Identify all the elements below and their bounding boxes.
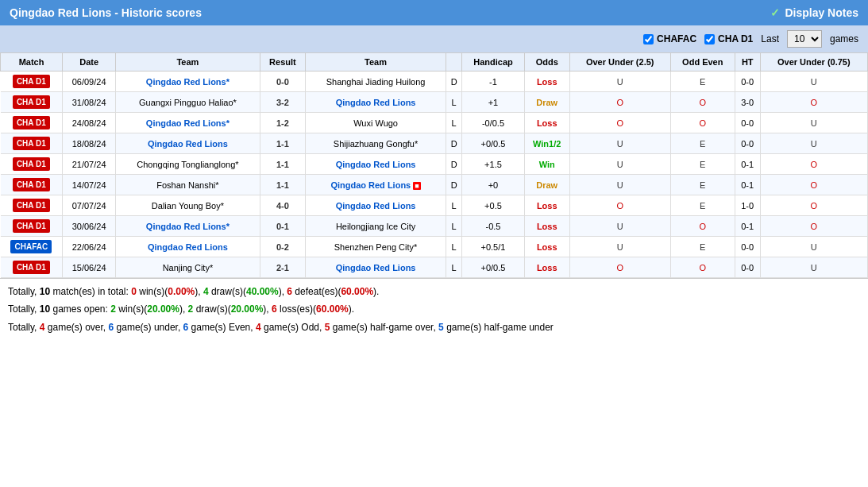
oe-value: E [700, 139, 705, 149]
cell-ou075: O [760, 92, 867, 113]
cell-ou25: U [569, 154, 670, 175]
display-notes-check[interactable]: ✓ [770, 6, 780, 19]
summary-text: ), [263, 303, 272, 315]
ou075-value: U [811, 242, 817, 252]
cell-result: 4-0 [260, 195, 305, 216]
summary-text: game(s) half-game over, [330, 322, 438, 333]
summary-text: game(s) Even, [188, 322, 256, 333]
cell-dl: L [446, 257, 462, 278]
cell-ou075: U [760, 237, 867, 257]
result-score: 2-1 [276, 263, 289, 272]
odds-value: Draw [536, 98, 557, 107]
summary-green: 20.00% [147, 303, 179, 315]
summary-text: ), [279, 286, 287, 297]
team-away-name: Qingdao Red Lions [336, 160, 416, 169]
cell-team-away: Shenzhen Peng City* [306, 237, 446, 257]
ou25-value: U [617, 160, 623, 169]
cell-oe: E [670, 237, 735, 257]
cell-ou25: U [569, 133, 670, 154]
cell-ou25: U [569, 175, 670, 195]
cell-odds: Loss [524, 216, 569, 237]
cell-ou075: U [760, 257, 867, 278]
cell-badge: CHA D1 [1, 257, 63, 278]
summary-red: 6 [287, 286, 292, 297]
summary-green: 4 [203, 286, 209, 297]
cell-badge: CHA D1 [1, 195, 63, 216]
oe-value: O [700, 263, 707, 272]
cell-handicap: -1 [462, 72, 525, 92]
summary-section: Totally, 10 match(es) in total: 0 win(s)… [0, 278, 868, 342]
games-select[interactable]: 10 20 30 [787, 30, 822, 48]
cell-ou25: U [569, 72, 670, 92]
cell-ou075: O [760, 216, 867, 237]
chafac-filter[interactable]: CHAFAC [643, 33, 696, 44]
oe-value: O [700, 98, 707, 107]
ou25-value: U [617, 222, 623, 231]
summary-bold: 10 [40, 303, 50, 315]
summary-red: 0.00% [168, 286, 195, 297]
col-handicap: Handicap [462, 53, 525, 72]
cell-ou25: O [569, 257, 670, 278]
cell-badge: CHAFAC [1, 237, 63, 257]
cell-oe: E [670, 133, 735, 154]
cell-handicap: -0.5 [462, 216, 525, 237]
cell-team-home: Qingdao Red Lions* [116, 72, 260, 92]
cell-dl: D [446, 175, 462, 195]
summary-red: 60.00% [316, 303, 349, 315]
oe-value: E [700, 77, 705, 87]
oe-value: E [700, 242, 705, 252]
match-badge: CHA D1 [13, 219, 50, 233]
team-away-name: Qingdao Red Lions [330, 180, 411, 190]
col-odds: Odds [524, 53, 569, 72]
ou075-value: O [811, 201, 818, 211]
cell-badge: CHA D1 [1, 92, 63, 113]
cell-ou075: U [760, 72, 867, 92]
cell-team-home: Nanjing City* [116, 257, 260, 278]
chad1-checkbox[interactable] [704, 34, 715, 44]
odds-value: Loss [537, 242, 557, 252]
cell-dl: D [446, 154, 462, 175]
summary-red: 60.00% [341, 286, 373, 297]
cell-dl: L [446, 216, 462, 237]
ou075-value: U [811, 77, 817, 87]
oe-value: E [700, 180, 705, 190]
ou25-value: O [616, 263, 623, 272]
cell-odds: Draw [524, 92, 569, 113]
odds-value: Draw [536, 180, 557, 190]
col-result: Result [260, 53, 305, 72]
cell-ht: 0-1 [735, 175, 760, 195]
col-team-away: Team [306, 53, 446, 72]
match-badge: CHA D1 [13, 157, 50, 171]
cell-team-home: Foshan Nanshi* [116, 175, 260, 195]
odds-value: Loss [537, 263, 557, 272]
team-home-name: Qingdao Red Lions [148, 139, 228, 149]
page-title: Qingdao Red Lions - Historic scores [10, 6, 202, 19]
cell-ou25: O [569, 113, 670, 133]
table-row: CHA D1 21/07/24 Chongqing Tonglianglong*… [1, 154, 868, 175]
cell-ht: 0-1 [735, 216, 760, 237]
ou075-value: O [811, 222, 818, 231]
cell-odds: Win [524, 154, 569, 175]
summary-text: game(s) under, [114, 322, 183, 333]
cell-ht: 0-0 [735, 133, 760, 154]
cell-result: 3-2 [260, 92, 305, 113]
chad1-filter[interactable]: CHA D1 [704, 33, 753, 44]
ou25-value: U [617, 242, 623, 252]
cell-oe: E [670, 154, 735, 175]
summary-text: win(s)( [137, 286, 168, 297]
cell-ou25: O [569, 92, 670, 113]
team-home-name: Qingdao Red Lions* [146, 118, 230, 128]
cell-team-home: Qingdao Red Lions* [116, 216, 260, 237]
summary-text: Totally, [8, 286, 40, 297]
cell-result: 0-2 [260, 237, 305, 257]
team-home-name: Qingdao Red Lions* [146, 77, 230, 87]
cell-odds: Loss [524, 195, 569, 216]
match-badge: CHAFAC [10, 240, 52, 253]
cell-oe: E [670, 195, 735, 216]
chafac-checkbox[interactable] [643, 34, 654, 44]
ou075-value: O [811, 160, 818, 169]
table-row: CHA D1 24/08/24 Qingdao Red Lions* 1-2 W… [1, 113, 868, 133]
summary-line-2: Totally, 4 game(s) over, 6 game(s) under… [8, 319, 860, 335]
summary-green: 40.00% [246, 286, 279, 297]
result-score: 4-0 [276, 201, 289, 211]
